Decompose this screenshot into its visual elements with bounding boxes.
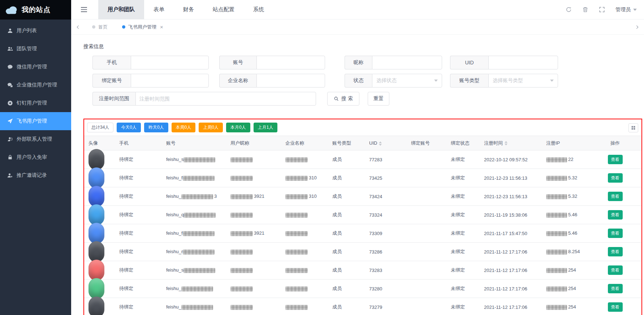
refresh-icon[interactable] [566, 7, 572, 13]
cell-nickname: 3921 [226, 224, 281, 243]
close-icon[interactable]: × [160, 24, 163, 30]
redacted-text [181, 305, 213, 310]
page-tab-1[interactable]: 首页 [85, 24, 115, 30]
account-input[interactable] [256, 56, 325, 69]
table-row: 待绑定feishu_q成员73324未绑定2021-11-19 15:38:06… [84, 206, 641, 224]
stat-button-4[interactable]: 本周0人 [172, 123, 196, 132]
sidebar-item-9[interactable]: 推广邀请记录 [0, 166, 71, 184]
sort-icon[interactable] [379, 141, 382, 146]
user-table: 头像手机账号用户昵称企业名称账号类型UID绑定账号绑定状态注册时间注册IP操作 … [84, 136, 641, 315]
table-row: 待绑定feishu_成员73280未绑定2021-11-12 17:17:062… [84, 280, 641, 298]
cell-account: feishu_ [162, 280, 226, 298]
cell-bound-account [407, 243, 446, 261]
topnav-tab-3[interactable]: 财务 [174, 0, 203, 19]
reg-range-input[interactable] [135, 92, 316, 106]
view-button[interactable]: 查看 [608, 210, 623, 220]
sort-icon[interactable] [505, 141, 507, 145]
cell-account: feishu_q [162, 206, 226, 224]
cell-company [281, 206, 328, 224]
redacted-text [546, 268, 567, 273]
redacted-text [546, 213, 567, 218]
stat-button-1[interactable]: 总计34人 [87, 123, 113, 132]
cell-avatar [84, 187, 115, 206]
cell-nickname [226, 243, 281, 261]
sidebar-item-5[interactable]: 钉钉用户管理 [0, 94, 71, 112]
topnav-tab-5[interactable]: 系统 [244, 0, 273, 19]
reset-button[interactable]: 重置 [368, 92, 389, 106]
stat-button-5[interactable]: 上周0人 [199, 123, 223, 132]
col-uid-header[interactable]: UID [365, 136, 407, 150]
avatar [88, 186, 104, 207]
sidebar-item-2[interactable]: 团队管理 [0, 40, 71, 58]
uid-input[interactable] [488, 56, 558, 69]
status-select[interactable]: 选择状态 [372, 74, 442, 88]
cell-bound-account [407, 261, 446, 280]
search-button[interactable]: 搜 索 [327, 92, 359, 106]
sidebar-item-label: 飞书用户管理 [17, 118, 47, 124]
cell-avatar [84, 261, 115, 280]
sidebar-item-6[interactable]: 飞书用户管理 [0, 112, 71, 130]
view-button[interactable]: 查看 [608, 302, 623, 312]
trash-icon[interactable] [582, 7, 588, 13]
topnav-tab-1[interactable]: 用户和团队 [98, 0, 144, 19]
view-button[interactable]: 查看 [608, 173, 623, 183]
sidebar-item-4[interactable]: 企业微信用户管理 [0, 76, 71, 94]
col-reg_time-header[interactable]: 注册时间 [480, 136, 542, 150]
cell-bound-account [407, 298, 446, 315]
fullscreen-icon[interactable] [599, 7, 605, 13]
cell-reg-ip: 5.46 [542, 224, 589, 243]
view-button[interactable]: 查看 [608, 247, 623, 256]
view-button[interactable]: 查看 [608, 284, 623, 293]
external-contact-icon [7, 136, 13, 142]
chevron-right-icon[interactable] [630, 25, 644, 30]
view-button[interactable]: 查看 [608, 192, 623, 201]
cloud-logo-icon [4, 5, 19, 15]
cell-phone: 待绑定 [115, 187, 162, 206]
col-bind_status-header: 绑定状态 [446, 136, 480, 150]
redacted-text [183, 176, 215, 181]
cell-action: 查看 [589, 280, 641, 298]
stat-button-2[interactable]: 今天0人 [117, 123, 141, 132]
redacted-text [183, 250, 215, 255]
sidebar-item-1[interactable]: 用户列表 [0, 22, 71, 40]
user-menu[interactable]: 管理员 [615, 7, 637, 13]
chevron-left-icon[interactable] [71, 25, 85, 30]
cell-bind-status: 未绑定 [446, 298, 480, 315]
cell-type: 成员 [328, 224, 365, 243]
redacted-text [285, 305, 308, 310]
cell-action: 查看 [589, 224, 641, 243]
bound-account-input[interactable] [131, 74, 209, 88]
column-settings-button[interactable] [628, 123, 638, 132]
cell-company [281, 280, 328, 298]
cell-reg-ip: 254 [542, 261, 589, 280]
brand[interactable]: 我的站点 [0, 0, 71, 20]
nickname-input[interactable] [372, 56, 442, 69]
company-input[interactable] [256, 74, 325, 88]
sidebar-item-8[interactable]: 用户导入免审 [0, 148, 71, 166]
cell-bind-status: 未绑定 [446, 187, 480, 206]
view-button[interactable]: 查看 [608, 155, 623, 164]
redacted-text [546, 157, 567, 162]
cell-phone: 待绑定 [115, 280, 162, 298]
account-type-select[interactable]: 选择账号类型 [488, 74, 558, 88]
account-label: 账号 [219, 56, 256, 69]
cell-uid: 73283 [365, 261, 407, 280]
menu-toggle-icon[interactable] [81, 7, 87, 13]
stat-button-6[interactable]: 本月0人 [226, 123, 250, 132]
cell-type: 成员 [328, 206, 365, 224]
view-button[interactable]: 查看 [608, 229, 623, 238]
cell-phone: 待绑定 [115, 206, 162, 224]
redacted-text [546, 286, 567, 291]
stat-button-3[interactable]: 昨天0人 [144, 123, 168, 132]
sidebar-item-3[interactable]: 微信用户管理 [0, 58, 71, 76]
phone-input[interactable] [131, 56, 209, 69]
page-tab-2[interactable]: 飞书用户管理× [115, 24, 170, 30]
topnav-tab-4[interactable]: 站点配置 [203, 0, 244, 19]
sidebar-item-7[interactable]: 外部联系人管理 [0, 130, 71, 148]
topnav-tab-label: 表单 [154, 6, 164, 13]
user-icon [7, 28, 13, 34]
cell-bound-account [407, 150, 446, 169]
topnav-tab-2[interactable]: 表单 [144, 0, 174, 19]
stat-button-7[interactable]: 上月1人 [254, 123, 278, 132]
view-button[interactable]: 查看 [608, 265, 623, 275]
